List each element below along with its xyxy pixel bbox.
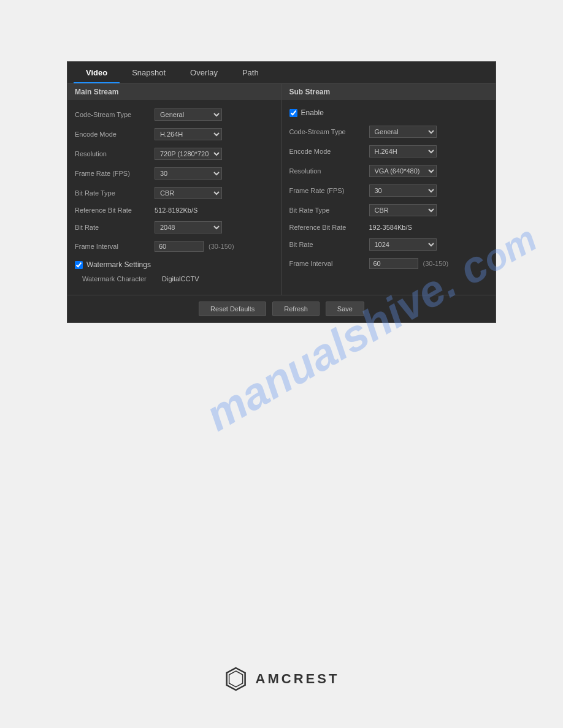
watermark-label: Watermark Settings	[86, 260, 151, 269]
sub-codestreamtype-row: Code-Stream Type General	[282, 123, 496, 140]
tab-snapshot[interactable]: Snapshot	[120, 62, 178, 83]
sub-frameinterval-input[interactable]	[369, 258, 418, 269]
watermark-settings-row: Watermark Settings	[75, 260, 274, 269]
main-panel: Video Snapshot Overlay Path Main Stream	[67, 61, 496, 323]
content-area: Main Stream Code-Stream Type General Enc…	[67, 84, 496, 295]
main-bitrate-label: Bit Rate	[75, 224, 155, 231]
sub-bitrate-select[interactable]: 1024	[369, 238, 437, 251]
tab-bar: Video Snapshot Overlay Path	[67, 62, 496, 84]
sub-encodemode-label: Encode Mode	[289, 148, 369, 155]
save-button[interactable]: Save	[326, 301, 364, 316]
sub-refbitrate-value: 192-3584Kb/S	[369, 224, 412, 231]
main-resolution-row: Resolution 720P (1280*720)	[67, 145, 282, 162]
sub-codestreamtype-select[interactable]: General	[369, 126, 437, 138]
main-codestreamtype-label: Code-Stream Type	[75, 111, 155, 118]
main-frameinterval-input[interactable]	[155, 241, 204, 252]
main-resolution-label: Resolution	[75, 150, 155, 157]
sub-frameinterval-hint: (30-150)	[423, 260, 449, 267]
main-framerate-label: Frame Rate (FPS)	[75, 170, 155, 177]
main-codestreamtype-select[interactable]: General	[155, 108, 222, 121]
footer-bar: Reset Defaults Refresh Save	[67, 295, 496, 322]
svg-marker-1	[229, 671, 243, 687]
sub-refbitrate-label: Reference Bit Rate	[289, 224, 369, 231]
main-bitratetype-row: Bit Rate Type CBR	[67, 184, 282, 202]
refresh-button[interactable]: Refresh	[272, 301, 320, 316]
main-bitrate-row: Bit Rate 2048	[67, 219, 282, 236]
tab-overlay[interactable]: Overlay	[178, 62, 230, 83]
sub-resolution-row: Resolution VGA (640*480)	[282, 162, 496, 180]
sub-codestreamtype-label: Code-Stream Type	[289, 128, 369, 135]
sub-stream-header: Sub Stream	[282, 84, 496, 100]
main-codestreamtype-row: Code-Stream Type General	[67, 106, 282, 123]
sub-bitrate-label: Bit Rate	[289, 241, 369, 248]
tab-path[interactable]: Path	[230, 62, 271, 83]
sub-resolution-select[interactable]: VGA (640*480)	[369, 165, 437, 177]
sub-bitratetype-row: Bit Rate Type CBR	[282, 202, 496, 219]
logo-section: AMCREST	[224, 667, 340, 691]
main-encodemode-row: Encode Mode H.264H	[67, 126, 282, 143]
main-frameinterval-label: Frame Interval	[75, 243, 155, 250]
sub-framerate-row: Frame Rate (FPS) 30	[282, 182, 496, 199]
main-resolution-select[interactable]: 720P (1280*720)	[155, 148, 222, 160]
main-encodemode-select[interactable]: H.264H	[155, 128, 222, 140]
sub-bitrate-row: Bit Rate 1024	[282, 236, 496, 253]
main-framerate-row: Frame Rate (FPS) 30	[67, 165, 282, 182]
main-bitrate-select[interactable]: 2048	[155, 221, 222, 233]
sub-refbitrate-row: Reference Bit Rate 192-3584Kb/S	[282, 221, 496, 233]
amcrest-logo-icon	[224, 667, 248, 691]
reset-defaults-button[interactable]: Reset Defaults	[199, 301, 266, 316]
tab-video[interactable]: Video	[74, 62, 120, 83]
sub-enable-checkbox[interactable]	[289, 109, 297, 117]
sub-enable-row: Enable	[282, 106, 496, 119]
sub-bitratetype-label: Bit Rate Type	[289, 207, 369, 214]
sub-encodemode-select[interactable]: H.264H	[369, 145, 437, 157]
sub-encodemode-row: Encode Mode H.264H	[282, 143, 496, 160]
sub-frameinterval-label: Frame Interval	[289, 260, 369, 267]
sub-bitratetype-select[interactable]: CBR	[369, 204, 437, 216]
main-bitratetype-label: Bit Rate Type	[75, 189, 155, 197]
main-refbitrate-label: Reference Bit Rate	[75, 207, 155, 214]
main-frameinterval-hint: (30-150)	[209, 243, 234, 250]
sub-stream-panel: Sub Stream Enable Code-Stream Type Gener…	[282, 84, 496, 295]
main-refbitrate-value: 512-8192Kb/S	[155, 207, 197, 214]
amcrest-logo-text: AMCREST	[256, 671, 340, 687]
main-encodemode-label: Encode Mode	[75, 131, 155, 138]
watermark-char-value: DigitalCCTV	[162, 275, 199, 282]
sub-framerate-select[interactable]: 30	[369, 184, 437, 197]
sub-frameinterval-row: Frame Interval (30-150)	[282, 256, 496, 271]
main-stream-panel: Main Stream Code-Stream Type General Enc…	[67, 84, 282, 295]
sub-resolution-label: Resolution	[289, 167, 369, 175]
watermark-char-row: Watermark Character DigitalCCTV	[75, 273, 274, 285]
sub-enable-label: Enable	[301, 108, 324, 117]
watermark-checkbox[interactable]	[75, 261, 83, 269]
watermark-section: Watermark Settings Watermark Character D…	[67, 257, 282, 289]
sub-framerate-label: Frame Rate (FPS)	[289, 187, 369, 194]
main-frameinterval-row: Frame Interval (30-150)	[67, 238, 282, 254]
main-bitratetype-select[interactable]: CBR	[155, 187, 222, 199]
main-refbitrate-row: Reference Bit Rate 512-8192Kb/S	[67, 204, 282, 216]
main-stream-header: Main Stream	[67, 84, 282, 100]
main-framerate-select[interactable]: 30	[155, 167, 222, 180]
watermark-char-label: Watermark Character	[82, 275, 162, 282]
